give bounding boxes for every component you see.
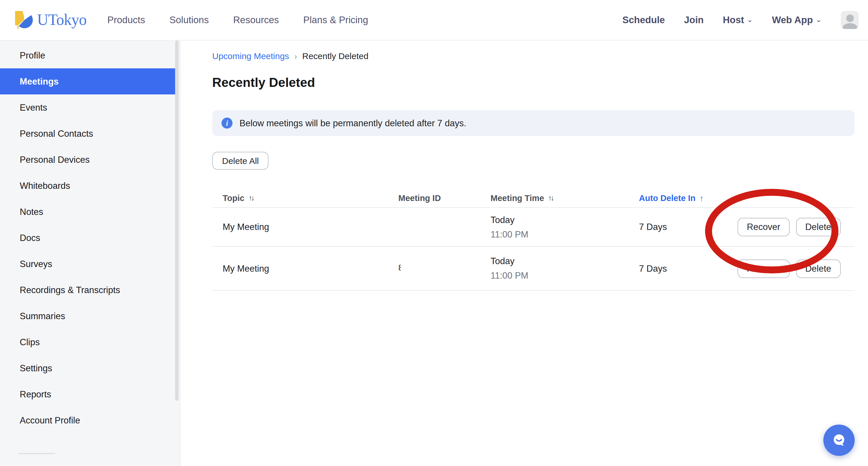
logo-wordmark: UTokyo <box>37 11 86 29</box>
avatar-person-icon <box>846 14 854 22</box>
sidebar-item-whiteboards[interactable]: Whiteboards <box>0 173 176 199</box>
info-banner-text: Below meetings will be permanently delet… <box>240 118 466 128</box>
utokyo-logo[interactable]: UTokyo <box>15 11 86 29</box>
cell-topic: My Meeting <box>212 263 398 274</box>
sidebar-item-label: Meetings <box>20 76 59 87</box>
sidebar-item-label: Personal Contacts <box>20 128 93 139</box>
column-header-label: Meeting Time <box>491 193 544 202</box>
main-nav: Products Solutions Resources Plans & Pri… <box>107 14 368 26</box>
sidebar-item-docs[interactable]: Docs <box>0 225 176 251</box>
user-avatar[interactable] <box>841 11 859 29</box>
cell-meeting-time: Today 11:00 PM <box>491 214 639 239</box>
sidebar: Profile Meetings Events Personal Contact… <box>0 40 180 466</box>
sidebar-item-label: Whiteboards <box>20 180 70 191</box>
delete-button[interactable]: Delete <box>796 218 840 236</box>
column-header-auto-delete-in[interactable]: Auto Delete In ↑ <box>639 193 738 202</box>
sidebar-item-account-profile[interactable]: Account Profile <box>0 407 176 433</box>
sort-updown-icon[interactable]: ↑↓ <box>548 194 553 202</box>
chat-support-button[interactable] <box>824 425 855 456</box>
sidebar-item-clips[interactable]: Clips <box>0 329 176 355</box>
nav-host-label: Host <box>723 14 744 26</box>
chevron-right-icon: › <box>294 51 297 61</box>
column-header-meeting-id: Meeting ID <box>398 193 491 202</box>
sidebar-list: Profile Meetings Events Personal Contact… <box>0 40 180 433</box>
column-header-label: Topic <box>223 193 244 202</box>
sidebar-item-profile[interactable]: Profile <box>0 42 176 68</box>
cell-actions: Recover Delete <box>738 218 866 236</box>
sidebar-item-label: Events <box>20 102 47 113</box>
sidebar-item-reports[interactable]: Reports <box>0 381 176 407</box>
sidebar-scrollbar[interactable] <box>175 40 179 401</box>
sidebar-item-personal-devices[interactable]: Personal Devices <box>0 146 176 173</box>
sidebar-item-label: Docs <box>20 233 40 243</box>
top-header: UTokyo Products Solutions Resources Plan… <box>0 0 868 40</box>
column-header-meeting-time[interactable]: Meeting Time ↑↓ <box>491 193 639 202</box>
sidebar-item-label: Personal Devices <box>20 154 90 165</box>
sidebar-footer-divider <box>19 453 55 454</box>
cell-actions: Recover Delete <box>738 259 866 278</box>
recover-button[interactable]: Recover <box>738 259 789 278</box>
nav-products[interactable]: Products <box>107 14 145 26</box>
meeting-time-day: Today <box>491 214 639 225</box>
meeting-id-fragment: 8 <box>398 262 401 272</box>
column-header-label: Auto Delete In <box>639 193 695 202</box>
delete-button[interactable]: Delete <box>796 259 840 278</box>
sidebar-item-meetings[interactable]: Meetings <box>0 68 176 94</box>
chevron-down-icon: ⌄ <box>816 15 822 24</box>
meeting-time-clock: 11:00 PM <box>491 229 639 239</box>
sidebar-item-label: Surveys <box>20 259 52 269</box>
breadcrumb-upcoming-meetings-link[interactable]: Upcoming Meetings <box>212 51 289 61</box>
cell-meeting-id: 8 <box>398 262 491 274</box>
sidebar-item-label: Settings <box>20 363 52 373</box>
cell-auto-delete-in: 7 Days <box>639 222 738 232</box>
nav-resources[interactable]: Resources <box>233 14 279 26</box>
sidebar-item-label: Account Profile <box>20 415 80 426</box>
sidebar-item-settings[interactable]: Settings <box>0 355 176 381</box>
info-banner: i Below meetings will be permanently del… <box>212 110 855 136</box>
sidebar-item-personal-contacts[interactable]: Personal Contacts <box>0 121 176 146</box>
table-row: My Meeting Today 11:00 PM 7 Days Recover… <box>212 208 855 247</box>
sidebar-item-recordings-transcripts[interactable]: Recordings & Transcripts <box>0 277 176 303</box>
table-header-row: Topic ↑↓ Meeting ID Meeting Time ↑↓ Auto… <box>212 188 855 208</box>
nav-host-menu[interactable]: Host ⌄ <box>723 14 753 26</box>
nav-web-app-label: Web App <box>772 14 813 26</box>
zoom-web-portal: UTokyo Products Solutions Resources Plan… <box>0 0 868 466</box>
nav-join[interactable]: Join <box>684 14 704 26</box>
sidebar-item-label: Clips <box>20 337 40 347</box>
nav-join-label: Join <box>684 14 704 26</box>
table-row: My Meeting 8 Today 11:00 PM 7 Days Recov… <box>212 247 855 291</box>
utokyo-ginkgo-icon <box>15 11 33 29</box>
breadcrumb-current: Recently Deleted <box>302 51 368 61</box>
delete-all-button[interactable]: Delete All <box>212 152 269 170</box>
chat-bubble-icon <box>830 432 848 449</box>
main-content: Upcoming Meetings › Recently Deleted Rec… <box>181 40 868 466</box>
sidebar-item-events[interactable]: Events <box>0 94 176 121</box>
nav-plans-pricing[interactable]: Plans & Pricing <box>303 14 368 26</box>
nav-web-app-menu[interactable]: Web App ⌄ <box>772 14 822 26</box>
info-icon: i <box>221 118 232 129</box>
recover-button[interactable]: Recover <box>738 218 789 236</box>
sidebar-item-summaries[interactable]: Summaries <box>0 303 176 329</box>
nav-schedule-label: Schedule <box>622 14 665 26</box>
avatar-person-icon <box>842 23 857 29</box>
nav-solutions[interactable]: Solutions <box>169 14 209 26</box>
meeting-time-clock: 11:00 PM <box>491 270 639 281</box>
column-header-label: Meeting ID <box>398 193 441 202</box>
cell-topic: My Meeting <box>212 222 398 232</box>
sort-up-icon[interactable]: ↑ <box>700 193 704 202</box>
nav-schedule[interactable]: Schedule <box>622 14 665 26</box>
sidebar-item-label: Profile <box>20 50 45 61</box>
sidebar-item-surveys[interactable]: Surveys <box>0 251 176 277</box>
sidebar-item-notes[interactable]: Notes <box>0 199 176 225</box>
sidebar-item-label: Reports <box>20 389 51 399</box>
column-header-topic[interactable]: Topic ↑↓ <box>212 193 398 202</box>
sidebar-item-label: Recordings & Transcripts <box>20 285 120 295</box>
cell-auto-delete-in: 7 Days <box>639 263 738 274</box>
sort-updown-icon[interactable]: ↑↓ <box>248 194 253 202</box>
sidebar-item-label: Summaries <box>20 311 65 321</box>
sidebar-item-label: Notes <box>20 206 43 217</box>
page-title: Recently Deleted <box>212 75 315 90</box>
cell-meeting-time: Today 11:00 PM <box>491 256 639 281</box>
breadcrumb: Upcoming Meetings › Recently Deleted <box>212 51 369 61</box>
chevron-down-icon: ⌄ <box>747 15 753 24</box>
